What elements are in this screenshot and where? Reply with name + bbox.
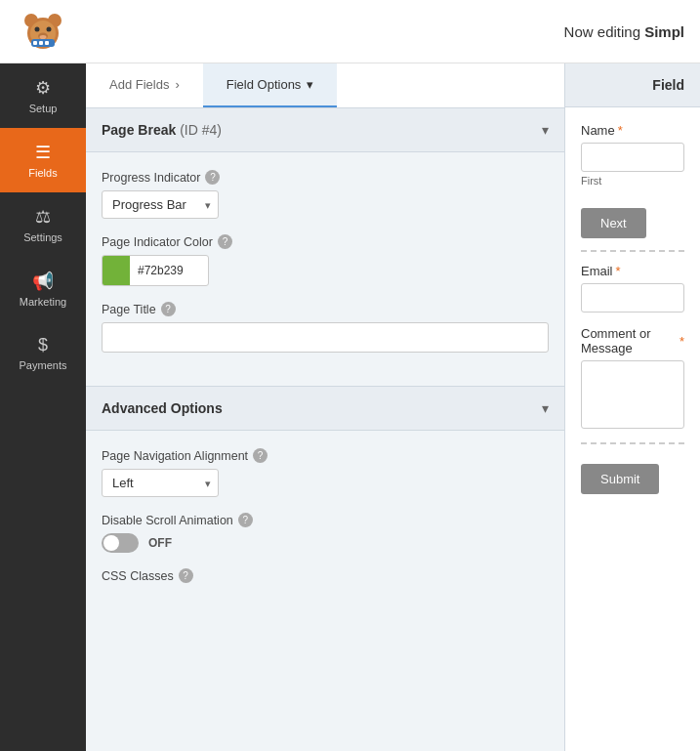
form-name-label: Name *	[581, 123, 684, 138]
form-next-button[interactable]: Next	[581, 208, 646, 238]
css-classes-label: CSS Classes ?	[102, 568, 549, 583]
scroll-animation-row: Disable Scroll Animation ? OFF	[102, 513, 549, 553]
svg-rect-10	[39, 41, 43, 45]
nav-alignment-label: Page Navigation Alignment ?	[102, 448, 549, 463]
marketing-icon: 📢	[32, 271, 54, 292]
css-classes-row: CSS Classes ?	[102, 568, 549, 583]
right-panel-content: Name * First Next Email *	[565, 107, 700, 751]
sidebar-item-settings[interactable]: ⚖ Settings	[0, 192, 86, 257]
page-break-header[interactable]: Page Break (ID #4) ▾	[86, 108, 564, 152]
name-required-star: *	[618, 123, 623, 138]
form-email-input-preview[interactable]	[581, 283, 684, 313]
divider-1	[581, 250, 684, 252]
tab-field-options[interactable]: Field Options ▾	[203, 63, 338, 107]
sidebar: ⚙ Setup ☰ Fields ⚖ Settings 📢 Marketing …	[0, 63, 86, 751]
form-comment-textarea-preview[interactable]	[581, 360, 684, 429]
tabs-bar: Add Fields › Field Options ▾	[86, 63, 564, 108]
fields-icon: ☰	[35, 142, 51, 163]
form-submit-button[interactable]: Submit	[581, 464, 659, 494]
page-title-input[interactable]	[102, 322, 549, 353]
topbar: Now editing Simpl	[0, 0, 700, 63]
advanced-options-title: Advanced Options	[102, 400, 223, 416]
color-text-input[interactable]	[130, 260, 208, 281]
left-panel: Add Fields › Field Options ▾ Page Break …	[86, 63, 564, 751]
comment-required-star: *	[679, 334, 684, 349]
form-comment-label: Comment or Message *	[581, 326, 684, 355]
email-required-star: *	[616, 264, 621, 278]
color-input[interactable]	[102, 255, 209, 286]
sidebar-settings-label: Settings	[23, 231, 62, 243]
form-email-group: Email *	[581, 264, 684, 313]
sidebar-payments-label: Payments	[20, 359, 67, 371]
css-classes-help-icon[interactable]: ?	[179, 568, 193, 583]
page-title-label: Page Title ?	[102, 302, 549, 316]
divider-2	[581, 442, 684, 444]
settings-icon: ⚖	[35, 206, 51, 228]
progress-indicator-select[interactable]: Progress Bar Percentage Steps None	[102, 190, 219, 219]
form-name-input-preview[interactable]	[581, 143, 684, 172]
svg-point-5	[46, 27, 51, 32]
nav-alignment-row: Page Navigation Alignment ? Left Center …	[102, 448, 549, 497]
form-comment-group: Comment or Message *	[581, 326, 684, 429]
progress-indicator-select-wrap: Progress Bar Percentage Steps None ▾	[102, 190, 219, 219]
page-break-title: Page Break (ID #4)	[102, 122, 222, 138]
page-indicator-color-row: Page Indicator Color ?	[102, 234, 549, 286]
scroll-animation-toggle-label: OFF	[148, 536, 172, 550]
sidebar-item-fields[interactable]: ☰ Fields	[0, 128, 86, 192]
payments-icon: $	[38, 335, 48, 355]
sidebar-item-setup[interactable]: ⚙ Setup	[0, 63, 86, 128]
progress-indicator-help-icon[interactable]: ?	[205, 170, 220, 185]
toggle-knob	[103, 535, 119, 551]
progress-indicator-label: Progress Indicator ?	[102, 170, 549, 185]
add-fields-arrow-icon: ›	[175, 77, 179, 92]
page-indicator-color-label: Page Indicator Color ?	[102, 234, 549, 249]
progress-indicator-row: Progress Indicator ? Progress Bar Percen…	[102, 170, 549, 219]
advanced-options-header[interactable]: Advanced Options ▾	[86, 387, 564, 431]
form-first-label: First	[581, 175, 684, 187]
svg-point-7	[39, 35, 46, 39]
nav-alignment-select[interactable]: Left Center Right	[102, 469, 219, 497]
right-panel: Field Name * First Next	[564, 63, 700, 751]
page-title: Now editing Simpl	[564, 23, 684, 40]
logo-icon	[20, 8, 66, 55]
form-name-group: Name * First	[581, 123, 684, 187]
content-area: Add Fields › Field Options ▾ Page Break …	[86, 63, 700, 751]
page-indicator-color-help-icon[interactable]: ?	[218, 234, 232, 249]
right-panel-header: Field	[565, 63, 700, 107]
color-swatch[interactable]	[103, 256, 130, 285]
nav-alignment-help-icon[interactable]: ?	[253, 448, 268, 463]
tab-add-fields[interactable]: Add Fields ›	[86, 63, 203, 107]
scroll-animation-toggle[interactable]	[102, 533, 139, 553]
field-options-arrow-icon: ▾	[307, 77, 313, 92]
app-logo	[16, 5, 69, 59]
svg-rect-9	[33, 41, 37, 45]
gear-icon: ⚙	[35, 77, 51, 99]
sidebar-fields-label: Fields	[28, 167, 57, 179]
page-title-row: Page Title ?	[102, 302, 549, 353]
field-section: Progress Indicator ? Progress Bar Percen…	[86, 152, 564, 387]
sidebar-marketing-label: Marketing	[20, 296, 66, 308]
main-layout: ⚙ Setup ☰ Fields ⚖ Settings 📢 Marketing …	[0, 63, 700, 751]
page-break-chevron-icon: ▾	[542, 122, 549, 138]
sidebar-item-payments[interactable]: $ Payments	[0, 321, 86, 385]
scroll-animation-toggle-row: OFF	[102, 533, 549, 553]
form-email-label: Email *	[581, 264, 684, 278]
sidebar-item-marketing[interactable]: 📢 Marketing	[0, 257, 86, 321]
advanced-options-chevron-icon: ▾	[542, 400, 549, 416]
svg-point-4	[34, 27, 39, 32]
field-options-label: Field Options	[226, 77, 302, 92]
page-title-help-icon[interactable]: ?	[161, 302, 176, 316]
nav-alignment-select-wrap: Left Center Right ▾	[102, 469, 219, 497]
sidebar-setup-label: Setup	[29, 103, 58, 114]
scroll-animation-label: Disable Scroll Animation ?	[102, 513, 549, 527]
panel-content: Page Break (ID #4) ▾ Progress Indicator …	[86, 108, 564, 751]
scroll-animation-help-icon[interactable]: ?	[238, 513, 253, 527]
svg-rect-11	[45, 41, 49, 45]
add-fields-label: Add Fields	[109, 77, 169, 92]
advanced-section: Page Navigation Alignment ? Left Center …	[86, 431, 564, 616]
